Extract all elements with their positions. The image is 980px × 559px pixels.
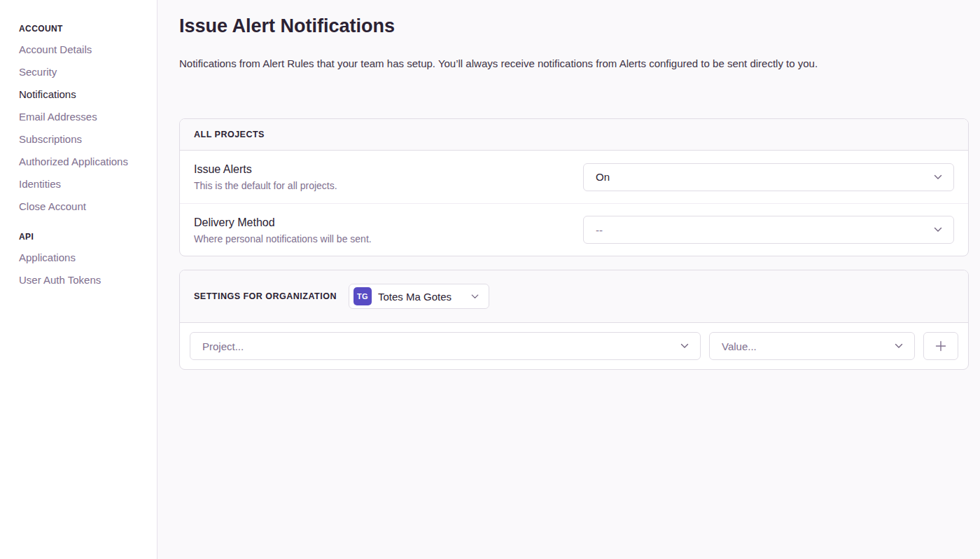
delivery-method-description: Where personal notifications will be sen…	[194, 233, 372, 244]
organization-panel-header: SETTINGS FOR ORGANIZATION TG Totes Ma Go…	[180, 270, 968, 323]
issue-alerts-select[interactable]: On	[583, 163, 954, 191]
chevron-down-icon	[679, 340, 690, 352]
organization-panel-header-label: SETTINGS FOR ORGANIZATION	[194, 291, 337, 301]
sidebar-section-header-account: ACCOUNT	[19, 24, 143, 34]
organization-name: Totes Ma Gotes	[378, 291, 451, 303]
project-select[interactable]: Project...	[190, 332, 701, 360]
all-projects-panel-header: ALL PROJECTS	[180, 119, 968, 151]
issue-alerts-text: Issue Alerts This is the default for all…	[194, 163, 337, 191]
delivery-method-label: Delivery Method	[194, 216, 372, 229]
chevron-down-icon	[932, 172, 944, 183]
sidebar-item-email-addresses[interactable]: Email Addresses	[19, 111, 143, 123]
sidebar-item-security[interactable]: Security	[19, 67, 143, 78]
sidebar-item-applications[interactable]: Applications	[19, 252, 143, 263]
sidebar-item-close-account[interactable]: Close Account	[19, 201, 143, 212]
value-select-placeholder: Value...	[722, 340, 757, 352]
value-select[interactable]: Value...	[709, 332, 915, 360]
chevron-down-icon	[470, 291, 480, 302]
chevron-down-icon	[932, 224, 944, 235]
sidebar-section-header-api: API	[19, 232, 143, 242]
settings-sidebar: ACCOUNT Account Details Security Notific…	[0, 0, 158, 559]
issue-alerts-row: Issue Alerts This is the default for all…	[180, 151, 968, 203]
sidebar-item-notifications[interactable]: Notifications	[19, 89, 143, 100]
delivery-method-select[interactable]: --	[583, 216, 954, 244]
issue-alerts-description: This is the default for all projects.	[194, 180, 337, 191]
settings-page: ACCOUNT Account Details Security Notific…	[0, 0, 980, 559]
page-description: Notifications from Alert Rules that your…	[179, 57, 969, 70]
sidebar-section-api: API Applications User Auth Tokens	[19, 232, 143, 286]
sidebar-item-user-auth-tokens[interactable]: User Auth Tokens	[19, 275, 143, 286]
add-fine-tune-button[interactable]	[923, 332, 958, 360]
sidebar-item-account-details[interactable]: Account Details	[19, 44, 143, 55]
sidebar-section-account: ACCOUNT Account Details Security Notific…	[19, 24, 143, 212]
sidebar-item-subscriptions[interactable]: Subscriptions	[19, 134, 143, 145]
sidebar-item-authorized-applications[interactable]: Authorized Applications	[19, 156, 143, 167]
sidebar-item-identities[interactable]: Identities	[19, 179, 143, 190]
project-select-placeholder: Project...	[202, 340, 244, 352]
issue-alerts-select-value: On	[596, 171, 610, 183]
organization-avatar: TG	[354, 287, 372, 305]
delivery-method-row: Delivery Method Where personal notificat…	[180, 203, 968, 256]
all-projects-panel: ALL PROJECTS Issue Alerts This is the de…	[179, 118, 969, 256]
plus-icon	[934, 339, 948, 353]
delivery-method-select-value: --	[596, 224, 603, 236]
main-content: Issue Alert Notifications Notifications …	[158, 0, 980, 559]
chevron-down-icon	[893, 340, 904, 352]
fine-tune-row: Project... Value...	[180, 323, 968, 369]
delivery-method-text: Delivery Method Where personal notificat…	[194, 216, 372, 244]
page-title: Issue Alert Notifications	[179, 14, 969, 38]
organization-select[interactable]: TG Totes Ma Gotes	[349, 284, 489, 309]
organization-panel: SETTINGS FOR ORGANIZATION TG Totes Ma Go…	[179, 270, 969, 370]
issue-alerts-label: Issue Alerts	[194, 163, 337, 176]
